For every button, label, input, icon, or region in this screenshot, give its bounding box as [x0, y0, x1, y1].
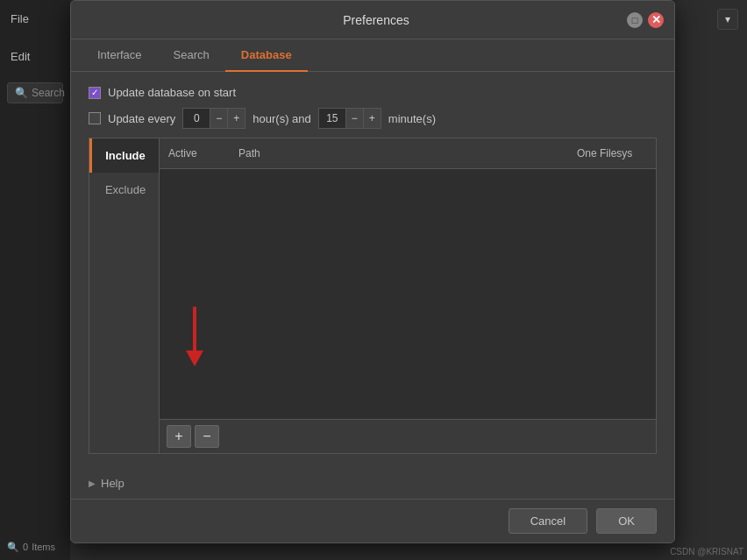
app-search-label: Search — [32, 87, 65, 99]
hours-increment-button[interactable]: + — [227, 109, 245, 128]
cancel-button[interactable]: Cancel — [509, 508, 587, 534]
hours-decrement-button[interactable]: − — [210, 109, 227, 128]
update-on-start-row: ✓ Update database on start — [89, 86, 657, 99]
col-header-active: Active — [160, 144, 230, 163]
help-arrow-icon: ▶ — [89, 478, 96, 488]
dialog-body: ✓ Update database on start Update every … — [71, 72, 674, 468]
menu-edit[interactable]: Edit — [0, 38, 70, 75]
tab-search[interactable]: Search — [158, 39, 225, 72]
minutes-spinbox: 15 − + — [318, 108, 381, 129]
update-on-start-label: Update database on start — [108, 86, 236, 99]
arrow-shaft — [193, 307, 196, 351]
status-icon: 🔍 — [7, 542, 19, 553]
dialog-title: Preferences — [125, 13, 627, 27]
app-search-box: 🔍 Search — [7, 82, 63, 103]
menu-file[interactable]: File — [0, 0, 70, 38]
close-button[interactable]: ✕ — [648, 12, 664, 28]
arrow-head — [186, 351, 203, 366]
hours-spinbox: 0 − + — [182, 108, 245, 129]
include-exclude-area: Include Exclude Active Path One Filesys — [89, 138, 657, 454]
col-header-onefilesys: One Filesys — [568, 144, 656, 163]
dialog-controls: □ ✕ — [627, 12, 664, 28]
checkmark-icon: ✓ — [91, 89, 98, 97]
minutes-unit-label: minute(s) — [388, 112, 436, 125]
minutes-value: 15 — [319, 110, 345, 126]
red-arrow-indicator — [186, 307, 203, 366]
ok-button[interactable]: OK — [596, 508, 657, 534]
table-body — [160, 169, 656, 419]
preferences-dialog: Preferences □ ✕ Interface Search Databas… — [70, 0, 675, 543]
dropdown-arrow-icon: ▾ — [725, 13, 730, 25]
maximize-button[interactable]: □ — [627, 12, 643, 28]
tab-database[interactable]: Database — [225, 39, 308, 72]
table-footer: + − — [160, 419, 656, 453]
hours-value: 0 — [183, 110, 210, 126]
minutes-decrement-button[interactable]: − — [345, 109, 363, 128]
side-tabs: Include Exclude — [89, 138, 160, 453]
update-every-label: Update every — [108, 112, 175, 125]
items-label: Items — [32, 542, 55, 552]
watermark: CSDN @KRISNAT — [670, 547, 743, 556]
dialog-footer: Cancel OK — [71, 499, 674, 542]
help-label: Help — [101, 477, 125, 490]
side-tab-exclude[interactable]: Exclude — [89, 173, 159, 207]
app-sidebar: File Edit 🔍 Search 🔍 0 Items — [0, 0, 70, 560]
help-section[interactable]: ▶ Help — [71, 468, 674, 499]
minutes-increment-button[interactable]: + — [363, 109, 381, 128]
items-count: 0 — [23, 542, 28, 552]
table-area: Active Path One Filesys + − — [160, 138, 656, 453]
app-status-bar: 🔍 0 Items — [0, 534, 70, 560]
search-icon: 🔍 — [15, 87, 28, 99]
app-dropdown[interactable]: ▾ — [717, 9, 738, 30]
tab-interface[interactable]: Interface — [82, 39, 158, 72]
add-entry-button[interactable]: + — [167, 425, 191, 448]
dialog-titlebar: Preferences □ ✕ — [71, 1, 674, 39]
update-every-row: Update every 0 − + hour(s) and 15 − + mi… — [89, 108, 657, 129]
table-header: Active Path One Filesys — [160, 138, 656, 169]
update-every-checkbox[interactable] — [89, 112, 101, 124]
dialog-tabs: Interface Search Database — [71, 39, 674, 72]
update-on-start-checkbox[interactable]: ✓ — [89, 87, 101, 99]
side-tab-include[interactable]: Include — [89, 138, 159, 173]
remove-entry-button[interactable]: − — [195, 425, 219, 448]
col-header-path: Path — [230, 144, 568, 163]
hours-unit-label: hour(s) and — [253, 112, 310, 125]
